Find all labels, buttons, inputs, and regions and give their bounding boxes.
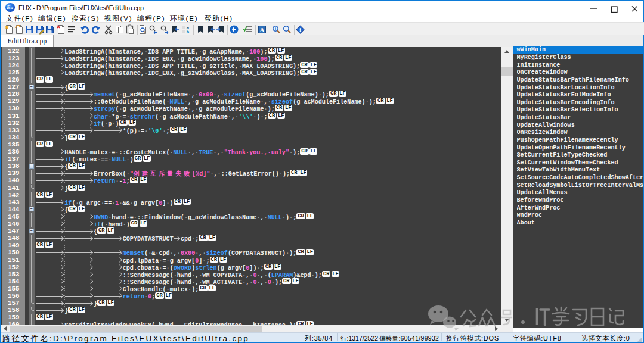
svg-text:a: a xyxy=(187,26,189,30)
svg-text:b: b xyxy=(187,30,189,34)
svg-text:A: A xyxy=(260,26,265,33)
svg-text:−: − xyxy=(285,26,288,32)
svg-text:+: + xyxy=(274,26,277,32)
